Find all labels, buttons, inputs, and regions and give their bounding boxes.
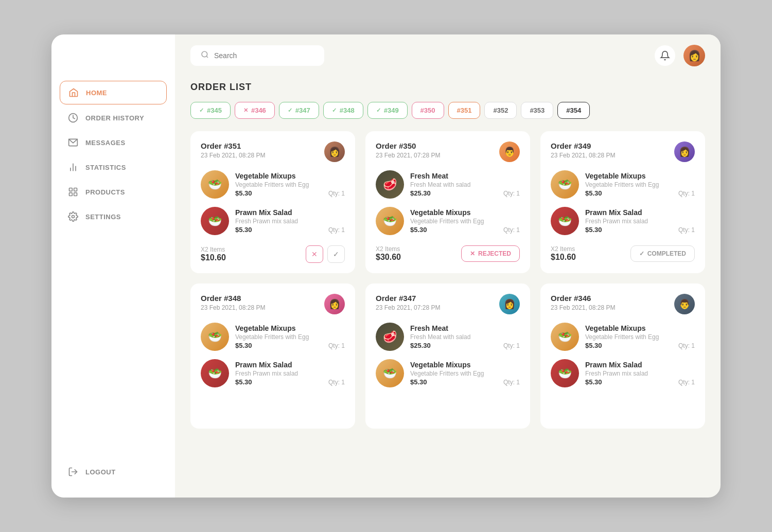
food-desc-349-1: Vegetable Fritters with Egg — [585, 181, 695, 188]
food-image-347-2: 🥗 — [376, 359, 404, 387]
food-qty-350-1: Qty: 1 — [503, 190, 520, 197]
food-name-350-2: Vegetable Mixups — [410, 208, 520, 217]
svg-point-11 — [202, 51, 207, 57]
order-tab-345[interactable]: ✓ #345 — [190, 102, 231, 119]
sidebar-item-statistics-label: STATISTICS — [85, 164, 126, 171]
order-tab-353[interactable]: #353 — [521, 102, 553, 119]
order-351-accept-button[interactable]: ✓ — [327, 245, 345, 263]
food-item-348-2: 🥗 Prawn Mix Salad Fresh Prawn mix salad … — [201, 359, 345, 387]
order-card-349-header: Order #349 23 Feb 2021, 08:28 PM 👩 — [551, 141, 695, 162]
svg-rect-8 — [74, 193, 77, 196]
search-bar[interactable] — [190, 45, 324, 66]
food-desc-347-1: Fresh Meat with salad — [410, 333, 520, 341]
order-card-351: Order #351 23 Feb 2021, 08:28 PM 👩 🥗 Veg… — [190, 131, 355, 273]
order-tab-350[interactable]: #350 — [412, 102, 444, 119]
svg-rect-5 — [69, 188, 73, 191]
check-icon-349: ✓ — [376, 107, 381, 114]
food-price-349-1: $5.30 — [585, 189, 602, 197]
food-desc-349-2: Fresh Prawn mix salad — [585, 218, 695, 225]
order-351-date: 23 Feb 2021, 08:28 PM — [201, 152, 265, 159]
food-desc-346-2: Fresh Prawn mix salad — [585, 370, 695, 377]
food-desc-350-1: Fresh Meat with salad — [410, 181, 520, 188]
sidebar-item-statistics[interactable]: STATISTICS — [60, 156, 167, 179]
food-image-346-1: 🥗 — [551, 323, 579, 351]
sidebar-item-order-history-label: ORDER HISTORY — [85, 114, 144, 122]
food-name-350-1: Fresh Meat — [410, 172, 520, 180]
app-container: HOME ORDER HISTORY — [51, 34, 721, 498]
x-icon-346: ✕ — [243, 107, 248, 114]
home-icon — [68, 87, 79, 98]
food-name-346-1: Vegetable Mixups — [585, 324, 695, 332]
order-349-avatar: 👩 — [674, 141, 695, 162]
order-351-reject-button[interactable]: ✕ — [306, 245, 323, 263]
food-price-351-2: $5.30 — [235, 226, 252, 234]
order-tab-348[interactable]: ✓ #348 — [323, 102, 363, 119]
order-card-350: Order #350 23 Feb 2021, 07:28 PM 👨 🥩 Fre… — [365, 131, 530, 273]
sidebar-item-products-label: PRODUCTS — [85, 188, 125, 196]
food-qty-351-2: Qty: 1 — [328, 226, 345, 234]
order-349-footer: X2 Items $10.60 ✓ COMPLETED — [551, 245, 695, 262]
sidebar-item-home[interactable]: HOME — [60, 81, 167, 104]
food-item-351-2: 🥗 Prawn Mix Salad Fresh Prawn mix salad … — [201, 207, 345, 235]
user-avatar[interactable]: 👩 — [683, 45, 705, 66]
food-name-351-2: Prawn Mix Salad — [235, 208, 345, 217]
food-image-349-1: 🥗 — [551, 170, 579, 199]
food-item-347-1: 🥩 Fresh Meat Fresh Meat with salad $25.3… — [376, 323, 520, 351]
order-346-title: Order #346 — [551, 294, 615, 303]
logout-button[interactable]: LOGOUT — [51, 467, 175, 482]
order-350-total-items: X2 Items — [376, 245, 401, 253]
order-349-date: 23 Feb 2021, 08:28 PM — [551, 152, 615, 159]
content-area: ORDER LIST ✓ #345 ✕ #346 ✓ #347 ✓ #348 — [175, 77, 721, 498]
food-price-346-2: $5.30 — [585, 378, 602, 386]
food-image-346-2: 🥗 — [551, 359, 579, 387]
food-image-348-1: 🥗 — [201, 323, 229, 351]
food-item-347-2: 🥗 Vegetable Mixups Vegetable Fritters wi… — [376, 359, 520, 387]
order-card-348: Order #348 23 Feb 2021, 08:28 PM 👩 🥗 Veg… — [190, 283, 355, 429]
notification-bell-button[interactable] — [655, 45, 675, 66]
order-350-date: 23 Feb 2021, 07:28 PM — [376, 152, 440, 159]
order-tab-352[interactable]: #352 — [484, 102, 517, 119]
food-name-349-1: Vegetable Mixups — [585, 172, 695, 180]
svg-rect-7 — [69, 193, 73, 196]
food-qty-346-1: Qty: 1 — [678, 342, 695, 349]
order-tab-354[interactable]: #354 — [557, 102, 590, 119]
food-name-351-1: Vegetable Mixups — [235, 172, 345, 180]
order-card-348-header: Order #348 23 Feb 2021, 08:28 PM 👩 — [201, 294, 345, 314]
food-qty-350-2: Qty: 1 — [503, 226, 520, 234]
search-input[interactable] — [214, 51, 314, 60]
food-price-348-2: $5.30 — [235, 378, 252, 386]
food-qty-346-2: Qty: 1 — [678, 379, 695, 386]
food-price-351-1: $5.30 — [235, 189, 252, 197]
food-desc-347-2: Vegetable Fritters with Egg — [410, 370, 520, 377]
food-price-348-1: $5.30 — [235, 342, 252, 349]
sidebar-item-order-history[interactable]: ORDER HISTORY — [60, 107, 167, 129]
order-tabs: ✓ #345 ✕ #346 ✓ #347 ✓ #348 ✓ #349 — [190, 102, 705, 119]
food-item-351-1: 🥗 Vegetable Mixups Vegetable Fritters wi… — [201, 170, 345, 199]
food-desc-348-1: Vegetable Fritters with Egg — [235, 333, 345, 341]
main-content: 👩 ORDER LIST ✓ #345 ✕ #346 ✓ #347 — [175, 34, 721, 498]
sidebar-item-settings[interactable]: SETTINGS — [60, 205, 167, 228]
order-card-351-header: Order #351 23 Feb 2021, 08:28 PM 👩 — [201, 141, 345, 162]
order-350-total-price: $30.60 — [376, 253, 401, 262]
food-qty-348-1: Qty: 1 — [328, 342, 345, 349]
food-image-351-1: 🥗 — [201, 170, 229, 199]
sidebar-nav: HOME ORDER HISTORY — [51, 81, 175, 467]
food-image-349-2: 🥗 — [551, 207, 579, 235]
sidebar-item-products[interactable]: PRODUCTS — [60, 181, 167, 203]
check-icon-348: ✓ — [332, 107, 337, 114]
food-item-346-1: 🥗 Vegetable Mixups Vegetable Fritters wi… — [551, 323, 695, 351]
food-image-350-1: 🥩 — [376, 170, 404, 199]
order-347-date: 23 Feb 2021, 07:28 PM — [376, 304, 440, 311]
order-tab-349[interactable]: ✓ #349 — [367, 102, 408, 119]
food-item-346-2: 🥗 Prawn Mix Salad Fresh Prawn mix salad … — [551, 359, 695, 387]
sidebar-item-messages[interactable]: MESSAGES — [60, 131, 167, 154]
order-tab-347[interactable]: ✓ #347 — [279, 102, 319, 119]
order-351-total-items: X2 Items — [201, 246, 226, 253]
order-351-footer: X2 Items $10.60 ✕ ✓ — [201, 245, 345, 263]
food-item-349-1: 🥗 Vegetable Mixups Vegetable Fritters wi… — [551, 170, 695, 199]
order-tab-346[interactable]: ✕ #346 — [235, 102, 275, 119]
order-350-avatar: 👨 — [499, 141, 520, 162]
food-qty-348-2: Qty: 1 — [328, 379, 345, 386]
order-349-title: Order #349 — [551, 141, 615, 150]
order-tab-351[interactable]: #351 — [448, 102, 481, 119]
